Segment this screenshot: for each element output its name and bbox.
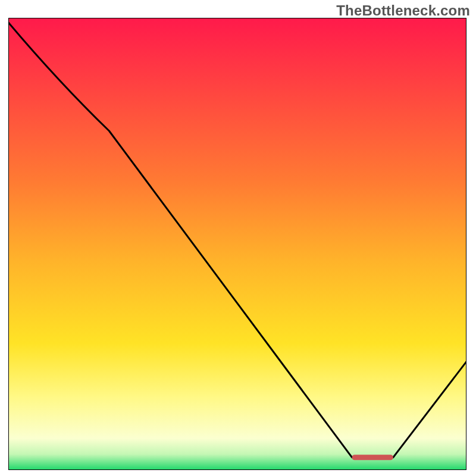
gradient-fill: [8, 18, 466, 470]
chart-canvas: TheBottleneck.com: [0, 0, 476, 476]
optimal-marker: [352, 455, 393, 460]
chart-svg: [8, 18, 466, 470]
watermark-text: TheBottleneck.com: [336, 2, 470, 19]
plot-area: [8, 18, 466, 470]
